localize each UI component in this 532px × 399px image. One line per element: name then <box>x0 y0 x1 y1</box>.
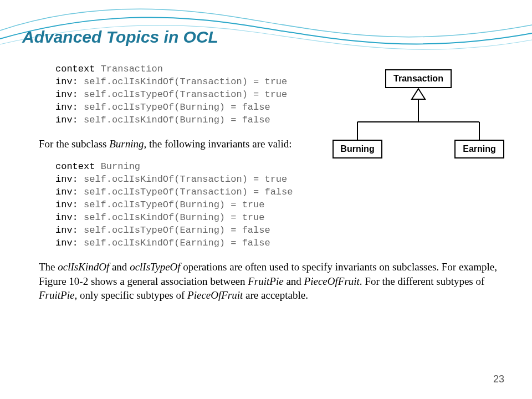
inheritance-arrow-icon <box>412 89 425 99</box>
kw-inv: inv: <box>55 200 78 210</box>
kw-inv: inv: <box>55 225 78 236</box>
kw-inv: inv: <box>55 102 78 112</box>
kw-inv: inv: <box>55 212 78 223</box>
kw-context: context <box>55 64 95 74</box>
slide-body: context Transaction inv: self.oclIsKindO… <box>39 63 510 303</box>
code-line: self.oclIsTypeOf(Transaction) = false <box>84 187 293 197</box>
code-line: self.oclIsKindOf(Burning) = false <box>84 115 270 125</box>
page-number: 23 <box>493 374 504 385</box>
code-line: self.oclIsKindOf(Earning) = false <box>84 238 270 248</box>
class-box-earning: Earning <box>454 140 504 158</box>
text: and <box>284 275 304 287</box>
text: are acceptable. <box>243 289 308 301</box>
kw-inv: inv: <box>55 238 78 248</box>
kw-inv: inv: <box>55 76 78 87</box>
text: For the subclass <box>39 138 109 150</box>
em: PieceOfFruit <box>187 289 243 301</box>
kw-context: context <box>55 161 95 172</box>
text: , the following invariants are valid: <box>144 138 291 150</box>
class-box-transaction: Transaction <box>385 69 452 88</box>
kw-inv: inv: <box>55 89 78 100</box>
code-line: self.oclIsKindOf(Transaction) = true <box>84 76 287 87</box>
code-line: self.oclIsTypeOf(Earning) = false <box>84 225 270 236</box>
paragraph-bottom: The oclIsKindOf and oclIsTypeOf operatio… <box>39 260 510 303</box>
kw-inv: inv: <box>55 115 78 125</box>
context-name-2: Burning <box>101 161 140 172</box>
class-box-burning: Burning <box>332 140 382 158</box>
kw-inv: inv: <box>55 174 78 185</box>
code-line: self.oclIsKindOf(Burning) = true <box>84 212 264 223</box>
code-line: self.oclIsKindOf(Transaction) = true <box>84 174 287 185</box>
em: FruitPie <box>248 275 283 287</box>
text: The <box>39 261 58 273</box>
context-name-1: Transaction <box>101 64 163 74</box>
em: oclIsKindOf <box>58 261 109 273</box>
kw-inv: inv: <box>55 187 78 197</box>
code-line: self.oclIsTypeOf(Burning) = true <box>84 200 264 210</box>
code-line: self.oclIsTypeOf(Transaction) = true <box>84 89 287 100</box>
slide: Advanced Topics in OCL context Transacti… <box>0 0 532 399</box>
em: oclIsTypeOf <box>130 261 180 273</box>
em: FruitPie <box>39 289 74 301</box>
em: PieceOfFruit <box>304 275 360 287</box>
em-burning: Burning <box>109 138 144 150</box>
code-line: self.oclIsTypeOf(Burning) = false <box>84 102 270 112</box>
text: . For the different subtypes of <box>360 275 485 287</box>
text: and <box>109 261 130 273</box>
uml-diagram: Transaction Burning Earning <box>327 68 510 178</box>
text: , only specific subtypes of <box>74 289 187 301</box>
page-title: Advanced Topics in OCL <box>22 28 510 47</box>
